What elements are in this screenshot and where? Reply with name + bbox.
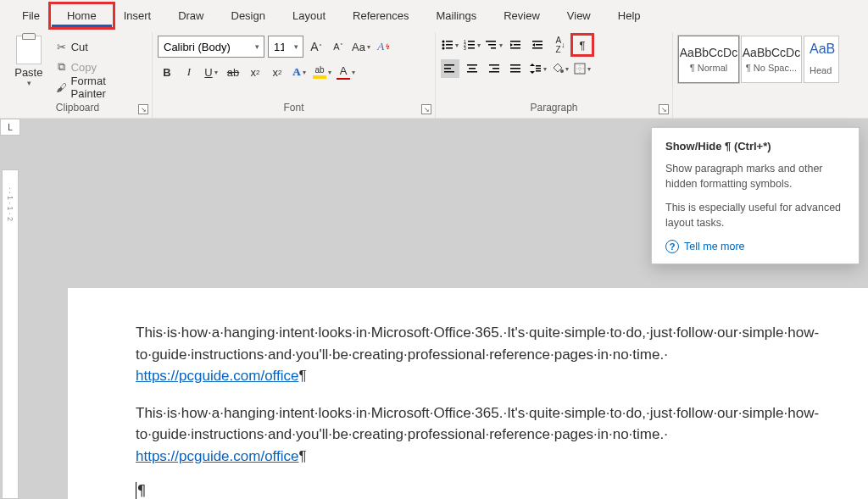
highlight-swatch: [313, 75, 326, 79]
svg-rect-18: [532, 41, 542, 42]
font-size-input[interactable]: [269, 41, 289, 53]
paragraph-2[interactable]: This·is·how·a·hanging·intent·looks·in·Mi…: [136, 402, 800, 468]
tab-layout[interactable]: Layout: [279, 3, 339, 28]
text-effects-button[interactable]: A: [290, 63, 309, 81]
bullets-button[interactable]: [441, 36, 459, 54]
paragraph-text: This·is·how·a·hanging·intent·looks·in·Mi…: [136, 324, 819, 363]
group-label-paragraph: Paragraph↘: [441, 99, 667, 118]
font-size-combo[interactable]: ▾: [268, 36, 303, 58]
tab-references[interactable]: References: [339, 3, 422, 28]
vertical-ruler[interactable]: · · 1 · 1 · 2: [2, 169, 19, 499]
paragraph-text: This·is·how·a·hanging·intent·looks·in·Mi…: [136, 405, 819, 443]
chevron-down-icon[interactable]: ▾: [289, 42, 303, 51]
svg-rect-20: [532, 47, 542, 49]
multilevel-button[interactable]: [485, 36, 504, 54]
sort-button[interactable]: AZ↓: [551, 36, 570, 54]
cut-button[interactable]: ✂Cut: [53, 37, 147, 56]
subscript-button[interactable]: x2: [246, 63, 264, 81]
tab-help[interactable]: Help: [604, 3, 654, 28]
underline-button[interactable]: U: [202, 63, 220, 81]
justify-button[interactable]: [507, 59, 526, 78]
svg-rect-28: [492, 68, 499, 69]
format-painter-button[interactable]: 🖌Format Painter: [53, 78, 147, 97]
font-name-input[interactable]: [159, 41, 250, 53]
change-case-button[interactable]: Aa: [351, 37, 371, 56]
style-name-label: ¶ Normal: [690, 63, 727, 73]
svg-rect-33: [536, 65, 541, 67]
tab-review[interactable]: Review: [490, 3, 554, 28]
tab-file[interactable]: File: [8, 3, 53, 28]
increase-indent-button[interactable]: [529, 36, 548, 54]
style-no-spacing[interactable]: AaBbCcDc ¶ No Spac...: [741, 36, 802, 83]
launcher-font[interactable]: ↘: [421, 104, 431, 114]
ribbon-tabs: File Home Insert Draw Design Layout Refe…: [0, 0, 868, 30]
align-left-button[interactable]: [441, 59, 459, 78]
svg-point-2: [442, 44, 445, 47]
tab-mailings[interactable]: Mailings: [423, 3, 491, 28]
tab-home-label: Home: [67, 9, 97, 22]
launcher-paragraph[interactable]: ↘: [659, 104, 669, 114]
svg-rect-27: [489, 64, 499, 66]
italic-button[interactable]: I: [180, 63, 198, 81]
style-sample-label: AaBbCcDc: [680, 46, 737, 59]
paragraph-1[interactable]: This·is·how·a·hanging·intent·looks·in·Mi…: [136, 322, 800, 387]
svg-rect-13: [488, 44, 496, 46]
decrease-indent-button[interactable]: [507, 36, 526, 54]
pilcrow-icon: ¶: [298, 448, 306, 464]
page[interactable]: This·is·how·a·hanging·intent·looks·in·Mi…: [68, 288, 868, 499]
svg-rect-29: [489, 71, 499, 73]
tooltip-body2: This is especially useful for advanced l…: [665, 200, 845, 230]
svg-rect-30: [510, 64, 520, 66]
style-normal[interactable]: AaBbCcDc ¶ Normal: [678, 36, 739, 83]
tab-home[interactable]: Home: [53, 3, 110, 28]
superscript-button[interactable]: x2: [268, 63, 287, 81]
svg-rect-22: [444, 68, 451, 69]
empty-paragraph[interactable]: ¶: [136, 482, 800, 499]
style-heading1[interactable]: AaB Head: [804, 36, 839, 83]
shading-button[interactable]: [551, 59, 570, 78]
numbering-button[interactable]: 123: [463, 36, 481, 54]
launcher-clipboard[interactable]: ↘: [138, 104, 148, 114]
bucket-icon: [552, 63, 564, 75]
highlight-button[interactable]: ab: [312, 63, 332, 81]
paste-button[interactable]: Paste ▾: [8, 36, 49, 87]
style-sample-label: AaB: [810, 42, 837, 57]
font-name-combo[interactable]: ▾: [158, 36, 264, 58]
font-color-button[interactable]: A: [336, 63, 356, 81]
group-label-styles: [678, 99, 839, 118]
increase-font-button[interactable]: A˄: [307, 37, 326, 56]
align-center-button[interactable]: [463, 59, 481, 78]
hyperlink[interactable]: https://pcguide.com/office: [136, 448, 298, 464]
svg-rect-35: [536, 70, 541, 72]
tab-draw[interactable]: Draw: [164, 3, 217, 28]
copy-button[interactable]: ⧉Copy: [53, 58, 147, 76]
svg-rect-25: [469, 68, 476, 69]
tab-design[interactable]: Design: [218, 3, 279, 28]
ruler-corner[interactable]: L: [0, 119, 20, 136]
decrease-font-button[interactable]: A˅: [329, 37, 348, 56]
indent-icon: [532, 39, 544, 51]
tab-insert[interactable]: Insert: [110, 3, 165, 28]
bold-button[interactable]: B: [158, 63, 176, 81]
strikethrough-button[interactable]: ab: [224, 63, 242, 81]
borders-button[interactable]: [573, 59, 592, 78]
align-right-button[interactable]: [485, 59, 504, 78]
help-icon: ?: [665, 240, 679, 253]
align-center-icon: [466, 64, 478, 74]
chevron-down-icon: ▾: [27, 79, 31, 87]
cursor-pilcrow: ¶: [136, 482, 146, 499]
clear-format-button[interactable]: A↯: [375, 37, 393, 56]
cut-label: Cut: [71, 41, 88, 53]
multilevel-icon: [486, 39, 498, 51]
line-spacing-button[interactable]: [529, 59, 548, 78]
group-font: ▾ ▾ A˄ A˅ Aa A↯ B I U ab x2 x2 A ab A Fo…: [153, 32, 436, 118]
group-label-clipboard: Clipboard↘: [8, 99, 147, 118]
tab-view[interactable]: View: [554, 3, 604, 28]
show-hide-button[interactable]: ¶: [573, 36, 592, 54]
tell-me-more-link[interactable]: ?Tell me more: [665, 240, 845, 253]
chevron-down-icon[interactable]: ▾: [250, 42, 264, 51]
tooltip-title: Show/Hide ¶ (Ctrl+*): [665, 140, 845, 152]
svg-rect-15: [510, 41, 520, 42]
align-right-icon: [488, 64, 500, 74]
hyperlink[interactable]: https://pcguide.com/office: [136, 368, 298, 384]
